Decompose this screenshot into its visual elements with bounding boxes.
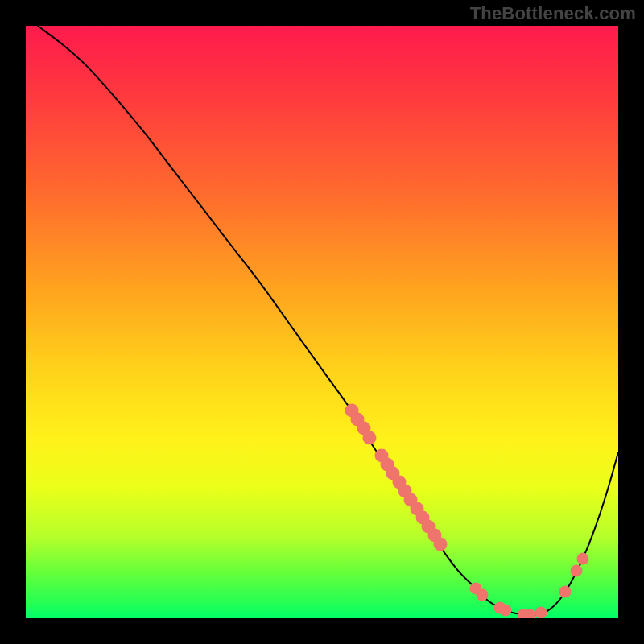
chart-container: TheBottleneck.com (0, 0, 644, 644)
plot-area (26, 26, 618, 618)
data-point (500, 605, 512, 617)
data-point (476, 588, 488, 601)
data-points-layer (26, 26, 618, 618)
data-point (576, 553, 588, 565)
attribution-text: TheBottleneck.com (470, 3, 636, 24)
data-point (362, 431, 376, 444)
data-point (535, 607, 547, 618)
data-point (434, 538, 448, 551)
data-point (571, 565, 583, 577)
data-point (523, 609, 535, 618)
data-point (559, 585, 571, 597)
